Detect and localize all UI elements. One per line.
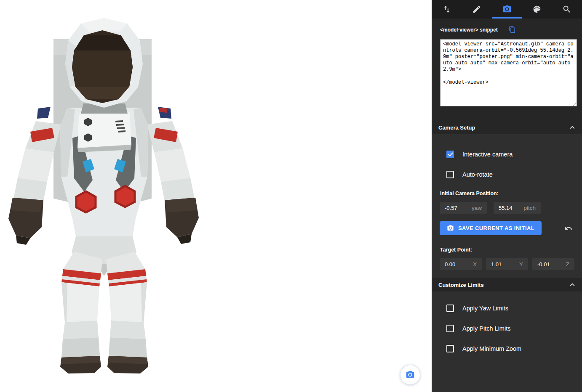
pitch-field[interactable]: pitch xyxy=(494,202,541,214)
apply-minimum-zoom-row[interactable]: Apply Minimum Zoom xyxy=(432,344,582,353)
camera-setup-body: Interactive camera Auto-rotate Initial C… xyxy=(432,134,582,278)
palette-icon xyxy=(532,5,542,14)
camera-icon xyxy=(406,370,415,379)
customize-limits-title: Customize Limits xyxy=(438,282,484,288)
save-button-label: SAVE CURRENT AS INITIAL xyxy=(458,225,534,231)
tab-inspect[interactable] xyxy=(552,0,582,19)
auto-rotate-checkbox[interactable] xyxy=(446,171,454,178)
target-z-suffix: Z xyxy=(566,261,569,268)
apply-pitch-limits-row[interactable]: Apply Pitch Limits xyxy=(432,324,582,333)
copy-snippet-button[interactable] xyxy=(509,26,516,33)
target-y-field[interactable]: Y xyxy=(486,258,528,270)
search-icon xyxy=(562,5,571,14)
editor-toolbar xyxy=(432,0,582,19)
pitch-suffix: pitch xyxy=(523,205,536,211)
camera-setup-title: Camera Setup xyxy=(438,124,475,131)
tab-materials[interactable] xyxy=(522,0,552,19)
copy-icon xyxy=(509,26,516,33)
camera-icon xyxy=(447,225,454,232)
interactive-camera-label: Interactive camera xyxy=(462,151,513,158)
apply-yaw-limits-row[interactable]: Apply Yaw Limits xyxy=(432,304,582,313)
undo-camera-button[interactable] xyxy=(564,224,573,233)
pitch-input[interactable] xyxy=(494,205,522,211)
target-x-field[interactable]: X xyxy=(440,258,482,270)
apply-pitch-limits-checkbox[interactable] xyxy=(446,325,454,332)
target-z-field[interactable]: Z xyxy=(532,258,574,270)
snippet-label: <model-viewer> snippet xyxy=(440,27,498,33)
astronaut-model xyxy=(0,0,432,392)
apply-yaw-limits-checkbox[interactable] xyxy=(446,305,454,312)
target-x-suffix: X xyxy=(473,261,477,268)
camera-setup-collapse-button[interactable] xyxy=(568,123,577,132)
auto-rotate-label: Auto-rotate xyxy=(462,171,493,178)
apply-minimum-zoom-checkbox[interactable] xyxy=(446,345,454,352)
yaw-input[interactable] xyxy=(440,205,468,211)
tab-transform[interactable] xyxy=(432,0,462,19)
target-x-input[interactable] xyxy=(440,261,465,268)
camera-icon xyxy=(502,5,512,14)
target-y-input[interactable] xyxy=(486,261,511,268)
interactive-camera-row[interactable]: Interactive camera xyxy=(432,150,582,159)
auto-rotate-row[interactable]: Auto-rotate xyxy=(432,170,582,179)
apply-yaw-limits-label: Apply Yaw Limits xyxy=(462,305,508,312)
yaw-suffix: yaw xyxy=(472,205,482,211)
tab-edit[interactable] xyxy=(462,0,491,19)
target-point-label: Target Point: xyxy=(432,247,582,253)
chevron-up-icon xyxy=(568,280,577,289)
snippet-section: <model-viewer> snippet <model-viewer src… xyxy=(432,19,582,121)
chevron-up-icon xyxy=(568,123,577,132)
snippet-code-textarea[interactable]: <model-viewer src="Astronaut.glb" camera… xyxy=(440,39,577,106)
yaw-field[interactable]: yaw xyxy=(440,202,487,214)
camera-setup-header: Camera Setup xyxy=(432,121,582,134)
save-current-as-initial-button[interactable]: SAVE CURRENT AS INITIAL xyxy=(440,221,542,235)
model-viewport[interactable] xyxy=(0,0,432,392)
initial-camera-position-label: Initial Camera Position: xyxy=(432,191,582,196)
edit-icon xyxy=(472,5,481,14)
customize-limits-collapse-button[interactable] xyxy=(568,280,577,289)
interactive-camera-checkbox[interactable] xyxy=(446,151,454,158)
apply-pitch-limits-label: Apply Pitch Limits xyxy=(462,325,510,332)
tab-camera[interactable] xyxy=(492,0,522,19)
undo-icon xyxy=(564,224,573,233)
customize-limits-header: Customize Limits xyxy=(432,278,582,291)
editor-panel: <model-viewer> snippet <model-viewer src… xyxy=(432,0,582,392)
import-export-icon xyxy=(442,5,451,14)
camera-capture-fab[interactable] xyxy=(400,365,420,385)
apply-minimum-zoom-label: Apply Minimum Zoom xyxy=(462,345,521,352)
target-z-input[interactable] xyxy=(532,261,558,268)
target-y-suffix: Y xyxy=(519,261,523,268)
customize-limits-body: Apply Yaw Limits Apply Pitch Limits Appl… xyxy=(432,291,582,392)
